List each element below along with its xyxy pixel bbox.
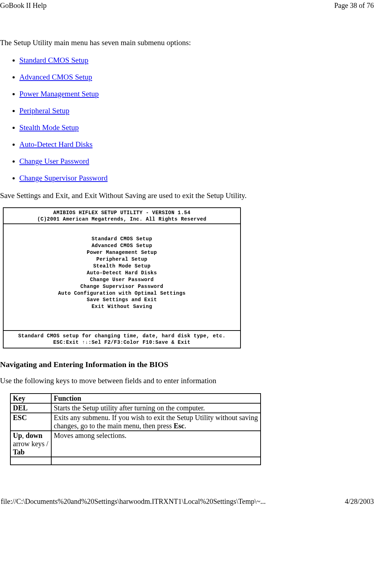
link-auto-detect[interactable]: Auto-Detect Hard Disks: [19, 140, 92, 149]
link-change-super-pw[interactable]: Change Supervisor Password: [19, 174, 108, 182]
link-power-management[interactable]: Power Management Setup: [19, 90, 99, 98]
key-down: down: [26, 432, 43, 439]
link-advanced-cmos[interactable]: Advanced CMOS Setup: [19, 73, 92, 81]
bios-menu: Standard CMOS Setup Advanced CMOS Setup …: [4, 224, 240, 330]
link-peripheral[interactable]: Peripheral Setup: [19, 106, 69, 115]
bios-screenshot: AMIBIOS HIFLEX SETUP UTILITY - VERSION 1…: [3, 207, 241, 348]
key-sep: ,: [22, 432, 26, 439]
exit-note: Save Settings and Exit, and Exit Without…: [0, 191, 376, 200]
table-row: DEL Starts the Setup utility after turni…: [10, 403, 261, 413]
key-del: DEL: [13, 404, 28, 412]
bios-menu-item: Change User Password: [4, 276, 240, 283]
list-item: Auto-Detect Hard Disks: [19, 140, 376, 149]
func-text-pre: Exits any submenu. If you wish to exit t…: [54, 414, 258, 430]
footer-left: file://C:\Documents%20and%20Settings\har…: [1, 497, 266, 506]
table-row: ESC Exits any submenu. If you wish to ex…: [10, 413, 261, 431]
key-up: Up: [13, 432, 22, 439]
key-tail: arrow keys /: [13, 440, 48, 448]
page-header: GoBook II Help Page 38 of 76: [0, 0, 376, 10]
td-function: Starts the Setup utility after turning o…: [51, 403, 261, 413]
list-item: Standard CMOS Setup: [19, 56, 376, 65]
bios-menu-item: Peripheral Setup: [4, 256, 240, 263]
section-heading: Navigating and Entering Information in t…: [0, 360, 376, 369]
table-row: Up, down arrow keys / Tab Moves among se…: [10, 431, 261, 457]
bios-footer-line1: Standard CMOS setup for changing time, d…: [4, 333, 240, 339]
th-function: Function: [51, 394, 261, 403]
bios-menu-item: Power Management Setup: [4, 249, 240, 256]
table-row-empty: [10, 457, 261, 465]
bios-menu-item: Save Settings and Exit: [4, 297, 240, 303]
td-function: Moves among selections.: [51, 431, 261, 457]
td-key: ESC: [10, 413, 51, 431]
func-text: Starts the Setup utility after turning o…: [54, 404, 205, 412]
bios-header-line2: (C)2001 American Megatrends, Inc. All Ri…: [4, 216, 240, 222]
bios-menu-item: Auto Configuration with Optimal Settings: [4, 290, 240, 297]
bios-menu-item: Exit Without Saving: [4, 303, 240, 310]
bios-footer-line2: ESC:Exit ↑↓:Sel F2/F3:Color F10:Save & E…: [4, 339, 240, 346]
func-text-bold: Esc: [173, 422, 184, 430]
bios-menu-item: Standard CMOS Setup: [4, 236, 240, 242]
bios-menu-item: Change Supervisor Password: [4, 283, 240, 290]
key-esc: ESC: [13, 414, 27, 421]
bios-header: AMIBIOS HIFLEX SETUP UTILITY - VERSION 1…: [4, 208, 240, 224]
key-tab: Tab: [13, 448, 25, 456]
td-function-empty: [51, 457, 261, 465]
bios-menu-item: Stealth Mode Setup: [4, 263, 240, 270]
page-footer: file://C:\Documents%20and%20Settings\har…: [0, 497, 376, 507]
link-standard-cmos[interactable]: Standard CMOS Setup: [19, 56, 89, 64]
func-text: Moves among selections.: [54, 432, 127, 439]
th-key: Key: [10, 394, 51, 403]
header-right: Page 38 of 76: [334, 1, 374, 10]
td-key: DEL: [10, 403, 51, 413]
footer-right: 4/28/2003: [345, 497, 374, 506]
submenu-list: Standard CMOS Setup Advanced CMOS Setup …: [19, 56, 376, 183]
link-change-user-pw[interactable]: Change User Password: [19, 157, 89, 165]
bios-header-line1: AMIBIOS HIFLEX SETUP UTILITY - VERSION 1…: [4, 209, 240, 216]
list-item: Stealth Mode Setup: [19, 123, 376, 132]
td-key-empty: [10, 457, 51, 465]
bios-menu-item: Advanced CMOS Setup: [4, 242, 240, 249]
bios-footer: Standard CMOS setup for changing time, d…: [4, 330, 240, 347]
list-item: Peripheral Setup: [19, 106, 376, 115]
link-stealth-mode[interactable]: Stealth Mode Setup: [19, 123, 79, 132]
td-key: Up, down arrow keys / Tab: [10, 431, 51, 457]
list-item: Power Management Setup: [19, 90, 376, 98]
list-item: Change User Password: [19, 157, 376, 166]
nav-intro: Use the following keys to move between f…: [0, 376, 376, 385]
list-item: Advanced CMOS Setup: [19, 73, 376, 82]
bios-menu-item: Auto-Detect Hard Disks: [4, 270, 240, 276]
table-header-row: Key Function: [10, 394, 261, 403]
intro-text: The Setup Utility main menu has seven ma…: [0, 38, 376, 47]
header-left: GoBook II Help: [0, 1, 47, 10]
key-function-table: Key Function DEL Starts the Setup utilit…: [10, 393, 261, 465]
td-function: Exits any submenu. If you wish to exit t…: [51, 413, 261, 431]
list-item: Change Supervisor Password: [19, 174, 376, 183]
func-text-post: .: [184, 422, 186, 430]
